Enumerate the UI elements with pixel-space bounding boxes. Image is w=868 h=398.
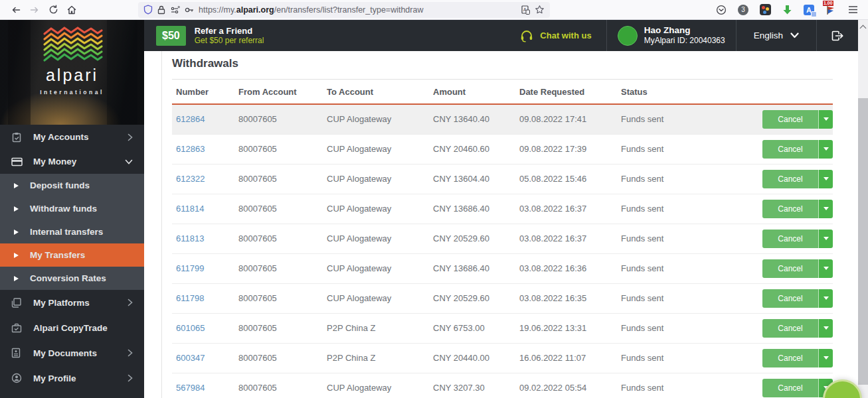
cancel-button[interactable]: Cancel: [762, 289, 818, 308]
transfer-number-link[interactable]: 612864: [176, 114, 205, 124]
bookmark-star-icon[interactable]: [535, 5, 545, 15]
transfer-number-link[interactable]: 600347: [176, 353, 205, 363]
cell-number: 567984: [172, 373, 234, 398]
sidebar: alpari International My Accounts My Mone…: [0, 20, 144, 398]
cell-amount: CNY 13686.40: [429, 194, 515, 224]
cancel-dropdown-button[interactable]: [818, 170, 833, 188]
cancel-button[interactable]: Cancel: [762, 379, 818, 397]
sidebar-item-conversion-rates[interactable]: Conversion Rates: [0, 267, 144, 290]
table-row: 611798 80007605 CUP Alogateway CNY 20529…: [172, 283, 833, 313]
sidebar-item-my-documents[interactable]: My Documents: [0, 340, 144, 365]
cancel-dropdown-button[interactable]: [818, 289, 833, 308]
page-scrollbar[interactable]: [858, 20, 868, 398]
table-row: 612322 80007605 CUP Alogateway CNY 13604…: [172, 164, 833, 194]
language-selector[interactable]: English: [737, 31, 816, 40]
cell-from-account: 80007605: [234, 283, 323, 313]
cancel-dropdown-button[interactable]: [818, 319, 833, 338]
extension-count-badge[interactable]: 3: [735, 2, 752, 18]
lock-icon[interactable]: [157, 5, 165, 15]
sidebar-item-my-profile[interactable]: My Profile: [0, 365, 144, 391]
transfer-number-link[interactable]: 567984: [176, 383, 205, 393]
transfer-number-link[interactable]: 612863: [176, 144, 205, 154]
forward-icon[interactable]: [25, 2, 44, 18]
logout-button[interactable]: [817, 30, 858, 42]
user-name: Hao Zhang: [644, 25, 725, 36]
tracking-shield-icon[interactable]: [143, 5, 153, 15]
transfer-number-link[interactable]: 611799: [176, 263, 204, 273]
cancel-button[interactable]: Cancel: [762, 140, 818, 159]
cancel-dropdown-button[interactable]: [818, 259, 833, 278]
caret-down-icon: [824, 267, 829, 270]
table-header-row: Number From Account To Account Amount Da…: [172, 80, 833, 105]
flag-extension-icon[interactable]: 1.00: [822, 2, 839, 18]
reload-icon[interactable]: [44, 2, 62, 18]
cancel-dropdown-button[interactable]: [818, 140, 833, 159]
cancel-button[interactable]: Cancel: [762, 349, 818, 367]
browser-toolbar: https://my.alpari.org/en/transfers/list?…: [0, 0, 868, 20]
cell-status: Funds sent: [617, 164, 758, 194]
cell-amount: CNY 20529.60: [429, 283, 515, 313]
chevron-right-icon: [128, 349, 133, 357]
cell-status: Funds sent: [617, 313, 758, 343]
transfer-number-link[interactable]: 612322: [176, 174, 205, 184]
cancel-button[interactable]: Cancel: [762, 259, 818, 278]
table-body: 612864 80007605 CUP Alogateway CNY 13640…: [172, 104, 833, 398]
password-key-icon[interactable]: [185, 7, 194, 13]
cancel-button[interactable]: Cancel: [762, 230, 818, 248]
address-bar[interactable]: https://my.alpari.org/en/transfers/list?…: [138, 2, 550, 18]
column-header-from-account: From Account: [234, 80, 323, 105]
transfer-number-link[interactable]: 601065: [176, 323, 205, 333]
menu-hamburger-icon[interactable]: [844, 2, 861, 18]
cell-date-requested: 03.08.2022 16:37: [515, 224, 617, 253]
sidebar-item-my-transfers[interactable]: My Transfers: [0, 243, 144, 267]
cell-status: Funds sent: [617, 194, 758, 224]
sidebar-item-internal-transfers[interactable]: Internal transfers: [0, 220, 144, 243]
cell-number: 611813: [172, 224, 234, 253]
cell-status: Funds sent: [617, 343, 758, 373]
withdrawals-table: Number From Account To Account Amount Da…: [172, 79, 833, 398]
pocket-icon[interactable]: [713, 2, 730, 18]
transfer-number-link[interactable]: 611814: [176, 204, 204, 214]
cancel-button[interactable]: Cancel: [762, 170, 818, 188]
url-text[interactable]: https://my.alpari.org/en/transfers/list?…: [199, 5, 517, 15]
cancel-button[interactable]: Cancel: [762, 110, 818, 129]
sidebar-item-withdraw-funds[interactable]: Withdraw funds: [0, 197, 144, 220]
cell-to-account: P2P China Z: [323, 313, 429, 343]
cancel-button[interactable]: Cancel: [762, 200, 818, 218]
permissions-icon[interactable]: [170, 6, 180, 14]
translate-extension-icon[interactable]: A: [800, 2, 818, 18]
sidebar-item-my-accounts[interactable]: My Accounts: [0, 125, 144, 149]
home-icon[interactable]: [62, 2, 81, 18]
translate-page-icon[interactable]: A: [521, 5, 530, 15]
chevron-right-icon: [128, 374, 133, 382]
credit-card-icon: [11, 157, 23, 166]
column-header-number: Number: [172, 80, 234, 105]
user-account[interactable]: Hao Zhang MyAlpari ID: 20040363: [607, 25, 736, 46]
sidebar-item-alpari-copytrade[interactable]: Alpari CopyTrade: [0, 315, 144, 340]
sidebar-item-my-platforms[interactable]: My Platforms: [0, 290, 144, 315]
caret-down-icon: [824, 177, 829, 180]
cancel-dropdown-button[interactable]: [818, 349, 833, 367]
back-icon[interactable]: [7, 2, 25, 18]
cancel-dropdown-button[interactable]: [818, 110, 833, 129]
transfer-number-link[interactable]: 611798: [176, 293, 204, 303]
cancel-dropdown-button[interactable]: [818, 230, 833, 248]
refer-a-friend[interactable]: $50 Refer a Friend Get $50 per referral: [156, 26, 264, 46]
cell-from-account: 80007605: [234, 313, 323, 343]
my-money-submenu: Deposit funds Withdraw funds Internal tr…: [0, 174, 144, 290]
download-extension-icon[interactable]: [778, 2, 796, 18]
transfer-number-link[interactable]: 611813: [176, 233, 204, 243]
scrollbar-up-icon[interactable]: [860, 25, 865, 30]
color-picker-extension-icon[interactable]: [756, 2, 774, 18]
column-header-actions: [758, 80, 833, 105]
sidebar-menu: My Accounts My Money Deposit funds Withd…: [0, 125, 144, 398]
chat-with-us-button[interactable]: Chat with us: [505, 29, 606, 43]
sidebar-item-my-money[interactable]: My Money: [0, 149, 144, 174]
cancel-button[interactable]: Cancel: [762, 319, 818, 338]
cancel-dropdown-button[interactable]: [818, 200, 833, 218]
caret-down-icon: [824, 237, 829, 240]
scrollbar-thumb[interactable]: [858, 98, 868, 385]
sidebar-item-deposit-funds[interactable]: Deposit funds: [0, 174, 144, 197]
cell-amount: CNY 20440.00: [429, 343, 515, 373]
alpari-logo[interactable]: alpari International: [0, 20, 144, 125]
